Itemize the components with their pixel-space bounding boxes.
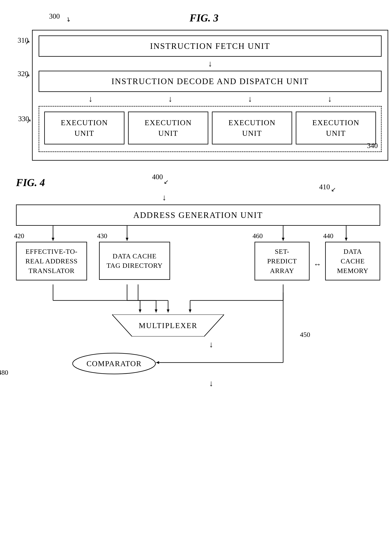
fig4-label-480: 480 bbox=[0, 369, 8, 376]
page: { "fig3": { "title": "FIG. 3", "ref_numb… bbox=[0, 0, 392, 533]
col-440: 440 DATACACHEMEMORY bbox=[325, 242, 380, 281]
fig3-outer-box: 310 ↗ INSTRUCTION FETCH UNIT ↓ 320 ↗ INS… bbox=[32, 30, 388, 161]
mux-container: MULTIPLEXER 450 bbox=[16, 314, 380, 337]
fig4-mux-section: MULTIPLEXER 450 ↓ bbox=[16, 284, 380, 391]
exec-units-row: EXECUTIONUNIT EXECUTIONUNIT EXECUTIONUNI… bbox=[44, 112, 376, 144]
set-predict-box: SET-PREDICTARRAY bbox=[255, 242, 310, 281]
exec-arrow-4: ↓ bbox=[327, 94, 332, 104]
svg-marker-27 bbox=[156, 361, 159, 364]
fig4-label-410: 410 bbox=[319, 183, 330, 191]
exec-arrow-2: ↓ bbox=[168, 94, 172, 104]
comp-output-arrow: ↓ bbox=[16, 375, 380, 391]
top-input-arrow: ↓ bbox=[162, 190, 166, 205]
fig3-label-340: 340 bbox=[367, 141, 378, 150]
exec-unit-1: EXECUTIONUNIT bbox=[44, 112, 125, 144]
exec-dashed-box: 330 ↗ EXECUTIONUNIT EXECUTIONUNIT EXECUT… bbox=[39, 106, 382, 152]
fig4-label-460: 460 bbox=[252, 232, 263, 240]
exec-unit-3: EXECUTIONUNIT bbox=[212, 112, 292, 144]
exec-unit-2: EXECUTIONUNIT bbox=[128, 112, 208, 144]
comparator-label: COMPARATOR bbox=[86, 359, 142, 368]
mux-to-comp-arrow: ↓ bbox=[16, 337, 380, 352]
comparator-row: COMPARATOR 480 bbox=[16, 352, 380, 375]
fig4-label-450: 450 bbox=[300, 331, 310, 338]
fetch-unit-box: INSTRUCTION FETCH UNIT bbox=[39, 35, 382, 57]
fetch-to-decode-arrow: ↓ bbox=[39, 57, 382, 71]
mux-shape: MULTIPLEXER bbox=[112, 314, 224, 337]
data-cache-memory-box: DATACACHEMEMORY bbox=[325, 242, 380, 281]
fig3-arrow-310: ↗ bbox=[25, 39, 30, 46]
fig4-arrow-400: ↙ bbox=[164, 178, 169, 185]
decode-to-exec-arrows: ↓ ↓ ↓ ↓ bbox=[39, 92, 382, 106]
fig4-connections: 420 EFFECTIVE-TO-REAL ADDRESSTRANSLATOR … bbox=[16, 226, 380, 281]
exec-arrow-3: ↓ bbox=[248, 94, 252, 104]
effective-translator-box: EFFECTIVE-TO-REAL ADDRESSTRANSLATOR bbox=[16, 242, 87, 281]
exec-arrow-1: ↓ bbox=[89, 94, 93, 104]
col-430: 430 DATA CACHETAG DIRECTORY bbox=[99, 242, 170, 280]
fig4-ref-400: 400 bbox=[152, 173, 163, 181]
bidir-arrow: ↔ bbox=[313, 260, 321, 269]
comparator-shape: COMPARATOR bbox=[72, 352, 156, 375]
mux-label: MULTIPLEXER bbox=[139, 321, 197, 330]
pre-mux-spacer bbox=[16, 284, 380, 314]
fig3-arrow-320: ↗ bbox=[25, 72, 30, 80]
fig4-columns: 420 EFFECTIVE-TO-REAL ADDRESSTRANSLATOR … bbox=[16, 242, 380, 281]
data-cache-tag-box: DATA CACHETAG DIRECTORY bbox=[99, 242, 170, 280]
fig4-area: FIG. 4 400 ↙ 410 ↙ ↓ ADDRESS GENERATION … bbox=[16, 177, 376, 391]
col-420: 420 EFFECTIVE-TO-REAL ADDRESSTRANSLATOR bbox=[16, 242, 87, 281]
fig4-label-440: 440 bbox=[323, 232, 333, 240]
col-460: 460 SET-PREDICTARRAY bbox=[255, 242, 310, 281]
fig4-label-430: 430 bbox=[97, 232, 107, 240]
fig4-label-420: 420 bbox=[14, 232, 24, 240]
fig3-title: FIG. 3 bbox=[32, 12, 376, 24]
addr-gen-box: ADDRESS GENERATION UNIT bbox=[16, 205, 380, 226]
fig3-arrow-330: ↗ bbox=[26, 118, 31, 125]
decode-unit-box: INSTRUCTION DECODE AND DISPATCH UNIT bbox=[39, 71, 382, 92]
fig3-ref-number: 300 bbox=[49, 12, 60, 20]
exec-unit-4: EXECUTIONUNIT bbox=[296, 112, 376, 144]
